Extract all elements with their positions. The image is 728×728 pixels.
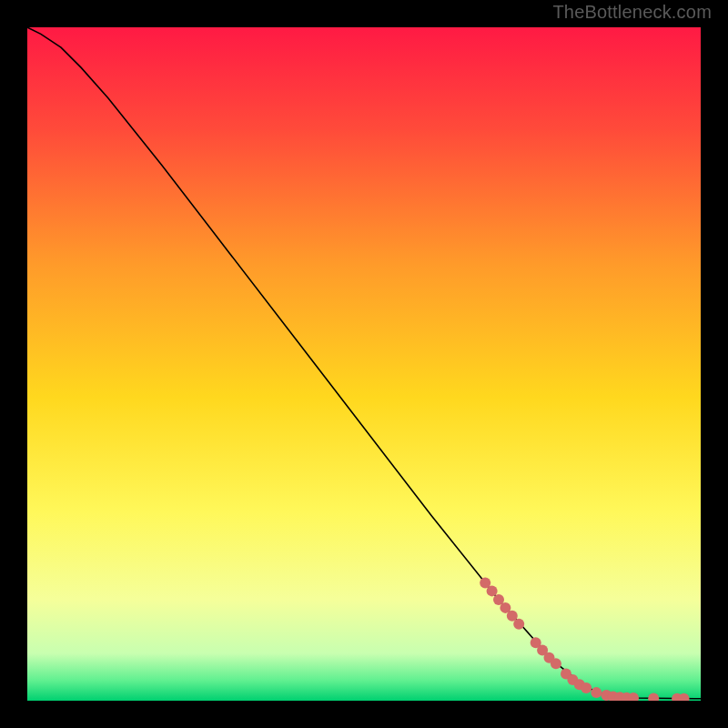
chart-marker bbox=[551, 658, 561, 669]
chart-marker bbox=[591, 687, 602, 698]
watermark-text: TheBottleneck.com bbox=[552, 2, 712, 23]
chart-marker bbox=[487, 585, 498, 596]
chart-marker bbox=[581, 682, 592, 693]
chart-svg bbox=[27, 27, 701, 701]
chart-marker bbox=[513, 619, 524, 630]
chart-plot-area bbox=[27, 27, 701, 701]
chart-background bbox=[27, 27, 701, 701]
